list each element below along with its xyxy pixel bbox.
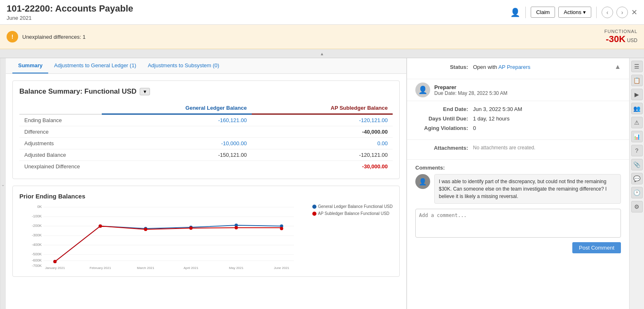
status-label: Status: <box>415 64 473 70</box>
post-comment-button[interactable]: Post Comment <box>572 242 621 253</box>
header-title: 101-22200: Accounts Payable June 2021 <box>7 3 133 21</box>
svg-text:-300K: -300K <box>32 233 42 237</box>
legend-item-ap: AP Subledger Balance Functional USD <box>312 211 393 216</box>
preparer-info: Preparer Due Date: May 28, 2022 5:30 AM <box>434 84 507 96</box>
svg-point-26 <box>280 227 283 230</box>
chart-svg: 0K -100K -200K -300K -400K -500K -600K -… <box>19 204 309 270</box>
nav-next-button[interactable]: › <box>616 7 628 18</box>
left-panel: Summary Adjustments to General Ledger (1… <box>6 58 407 309</box>
days-due-value: 1 day, 12 hours <box>473 116 621 122</box>
table-row: Unexplained Difference -30,000.00 <box>19 161 393 172</box>
warning-icon-btn[interactable]: ⚠ <box>631 117 643 128</box>
days-due-label: Days Until Due: <box>415 116 473 122</box>
table-row: Adjusted Balance -150,121.00 -120,121.00 <box>19 149 393 161</box>
legend-dot-gl <box>312 205 316 209</box>
preparer-avatar: 👤 <box>415 83 430 97</box>
svg-text:-700K: -700K <box>32 264 42 268</box>
svg-text:-500K: -500K <box>32 252 42 256</box>
chart-area: 0K -100K -200K -300K -400K -500K -600K -… <box>19 204 309 270</box>
svg-text:0K: 0K <box>37 205 42 209</box>
tabs: Summary Adjustments to General Ledger (1… <box>6 58 406 74</box>
data-icon-btn[interactable]: 📊 <box>631 131 643 142</box>
side-expand[interactable]: › <box>0 58 6 309</box>
svg-text:June 2021: June 2021 <box>274 266 290 270</box>
comments-section: Comments: 👤 I was able to identify part … <box>407 160 629 258</box>
svg-text:-200K: -200K <box>32 224 42 228</box>
collapse-icon: ▲ <box>320 52 324 56</box>
tab-sub[interactable]: Adjustments to Subsystem (0) <box>142 58 225 73</box>
alert-left: ! Unexplained differences: 1 <box>7 31 86 42</box>
account-title: 101-22200: Accounts Payable <box>7 3 133 14</box>
post-comment-row: Post Comment <box>415 242 621 253</box>
functional-value: -30K <box>606 34 625 44</box>
status-row: Status: Open with AP Preparers <box>415 64 530 70</box>
chat-icon-btn[interactable]: 💬 <box>631 173 643 184</box>
alert-right: FUNCTIONAL -30K USD <box>604 29 637 45</box>
aging-row: Aging Violations: 0 <box>415 125 621 131</box>
icon-sidebar: ☰ 📋 ▶ 👥 ⚠ 📊 ? 📎 💬 🕐 ⚙ <box>629 58 644 309</box>
main-layout: › Summary Adjustments to General Ledger … <box>0 58 644 309</box>
status-value: Open with AP Preparers <box>473 64 530 70</box>
users-icon-btn[interactable]: 👥 <box>631 103 643 114</box>
preparer-name: Preparer <box>434 84 507 90</box>
help-icon-btn[interactable]: ? <box>631 145 643 156</box>
nav-prev-button[interactable]: ‹ <box>602 7 613 18</box>
legend-dot-ap <box>312 212 316 216</box>
svg-text:-600K: -600K <box>32 258 42 262</box>
commenter-avatar: 👤 <box>415 174 430 189</box>
svg-text:March 2021: March 2021 <box>137 266 155 270</box>
dropdown-arrow-icon: ▾ <box>583 9 586 15</box>
settings-icon-btn[interactable]: ⚙ <box>631 201 643 212</box>
close-button[interactable]: ✕ <box>631 8 637 17</box>
svg-text:April 2021: April 2021 <box>183 266 199 270</box>
svg-text:-400K: -400K <box>32 243 42 247</box>
comments-label: Comments: <box>415 165 465 171</box>
attachments-row: Attachments: No attachments are created. <box>415 145 621 151</box>
legend-item-gl: General Ledger Balance Functional USD <box>312 204 393 209</box>
alert-icon: ! <box>7 31 18 42</box>
status-collapse-icon[interactable]: ▲ <box>614 63 621 71</box>
comment-input[interactable] <box>415 209 621 238</box>
right-panel: Status: Open with AP Preparers ▲ 👤 Prepa… <box>407 58 629 309</box>
svg-text:February 2021: February 2021 <box>89 266 111 270</box>
aging-value: 0 <box>473 125 621 131</box>
chart-legend: General Ledger Balance Functional USD AP… <box>312 204 393 218</box>
aging-label: Aging Violations: <box>415 125 473 131</box>
gl-header: General Ledger Balance <box>102 102 252 114</box>
list-icon-btn[interactable]: ☰ <box>631 61 643 72</box>
actions-button[interactable]: Actions ▾ <box>558 7 591 18</box>
header-divider <box>525 7 526 18</box>
content-area: Balance Summary: Functional USD ▼ Genera… <box>6 74 406 290</box>
header: 101-22200: Accounts Payable June 2021 👤 … <box>0 0 644 25</box>
document-icon-btn[interactable]: 📋 <box>631 75 643 86</box>
prior-balances-card: Prior Ending Balances 0K -100K -200K -30… <box>12 186 400 277</box>
header-actions: 👤 Claim Actions ▾ ‹ › ✕ <box>510 7 637 18</box>
functional-label: FUNCTIONAL <box>604 29 637 34</box>
ap-header: AP Subledger Balance <box>252 102 393 114</box>
chart-title: Prior Ending Balances <box>19 193 393 200</box>
table-row: Difference -40,000.00 <box>19 126 393 138</box>
comment-text: I was able to identify part of the discr… <box>434 174 621 204</box>
balance-table: General Ledger Balance AP Subledger Bala… <box>19 102 393 172</box>
end-date-value: Jun 3, 2022 5:30 AM <box>473 106 621 112</box>
tab-summary[interactable]: Summary <box>12 58 48 73</box>
history-icon-btn[interactable]: 🕐 <box>631 187 643 198</box>
person-icon[interactable]: 👤 <box>510 7 520 17</box>
attachment-icon-btn[interactable]: 📎 <box>631 159 643 170</box>
functional-currency: USD <box>627 38 637 43</box>
claim-button[interactable]: Claim <box>531 7 555 18</box>
end-date-row: End Date: Jun 3, 2022 5:30 AM <box>415 106 621 112</box>
collapse-bar[interactable]: ▲ <box>0 49 644 58</box>
tab-gl[interactable]: Adjustments to General Ledger (1) <box>48 58 142 73</box>
table-row: Adjustments -10,000.00 0.00 <box>19 138 393 149</box>
status-link[interactable]: AP Preparers <box>498 64 530 70</box>
header-divider2 <box>596 7 597 18</box>
attachments-section: Attachments: No attachments are created. <box>407 140 629 160</box>
svg-text:January 2021: January 2021 <box>45 266 65 270</box>
svg-point-23 <box>144 228 147 231</box>
status-section: Status: Open with AP Preparers ▲ <box>407 58 629 79</box>
balance-summary-title: Balance Summary: Functional USD ▼ <box>19 87 393 96</box>
alert-banner: ! Unexplained differences: 1 FUNCTIONAL … <box>0 25 644 49</box>
balance-dropdown-button[interactable]: ▼ <box>140 88 150 95</box>
play-icon-btn[interactable]: ▶ <box>631 89 643 100</box>
